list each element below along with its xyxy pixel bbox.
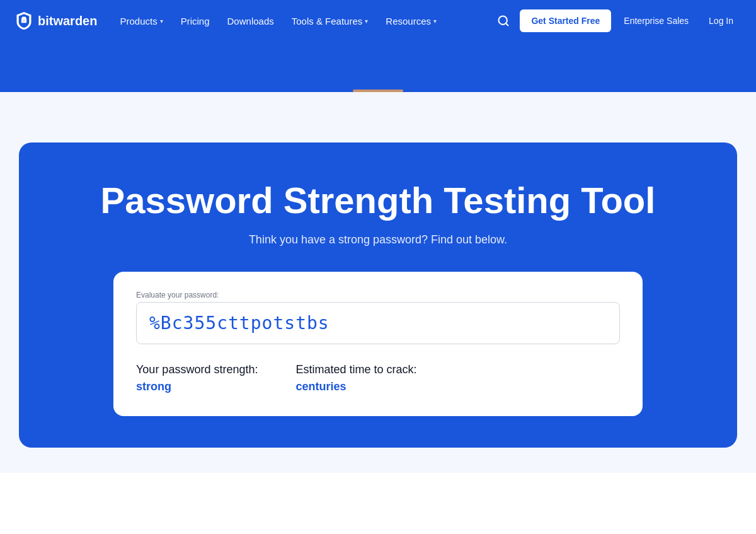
nav-links: Products ▾ Pricing Downloads Tools & Fea… <box>112 11 492 32</box>
hero-banner <box>0 42 756 92</box>
strength-group: Your password strength: strong <box>136 363 258 393</box>
results-row: Your password strength: strong Estimated… <box>136 363 620 393</box>
chevron-down-icon: ▾ <box>433 18 437 25</box>
strength-label: Your password strength: <box>136 363 258 376</box>
chevron-down-icon: ▾ <box>160 18 163 25</box>
crack-time-value: centuries <box>295 380 416 393</box>
password-box: Evaluate your password: %Bc355cttpotstbs… <box>113 272 643 416</box>
search-icon <box>497 15 510 27</box>
strength-value: strong <box>136 380 258 393</box>
crack-time-group: Estimated time to crack: centuries <box>295 363 416 393</box>
search-button[interactable] <box>492 9 515 32</box>
nav-item-downloads[interactable]: Downloads <box>220 11 282 32</box>
svg-line-1 <box>506 23 508 26</box>
nav-item-products[interactable]: Products ▾ <box>112 11 170 32</box>
nav-item-tools[interactable]: Tools & Features ▾ <box>284 11 376 32</box>
navbar: bitwarden Products ▾ Pricing Downloads T… <box>0 0 756 42</box>
white-gap <box>0 92 756 142</box>
tool-title: Password Strength Testing Tool <box>44 180 712 221</box>
nav-item-pricing[interactable]: Pricing <box>173 11 217 32</box>
logo[interactable]: bitwarden <box>15 12 97 30</box>
chevron-down-icon: ▾ <box>365 18 368 25</box>
bitwarden-logo-icon <box>15 12 33 30</box>
nav-item-resources[interactable]: Resources ▾ <box>378 11 444 32</box>
login-button[interactable]: Log In <box>701 11 741 31</box>
password-input-wrapper[interactable]: %Bc355cttpotstbs <box>136 302 620 344</box>
tool-subtitle: Think you have a strong password? Find o… <box>44 233 712 247</box>
crack-time-label: Estimated time to crack: <box>295 363 416 376</box>
password-input[interactable]: %Bc355cttpotstbs <box>149 313 607 334</box>
logo-text: bitwarden <box>38 14 97 28</box>
main-content: Password Strength Testing Tool Think you… <box>0 142 756 473</box>
enterprise-sales-button[interactable]: Enterprise Sales <box>616 11 696 31</box>
input-label: Evaluate your password: <box>136 291 620 299</box>
get-started-button[interactable]: Get Started Free <box>520 9 611 32</box>
nav-right: Get Started Free Enterprise Sales Log In <box>492 9 741 32</box>
tool-card: Password Strength Testing Tool Think you… <box>19 142 737 448</box>
